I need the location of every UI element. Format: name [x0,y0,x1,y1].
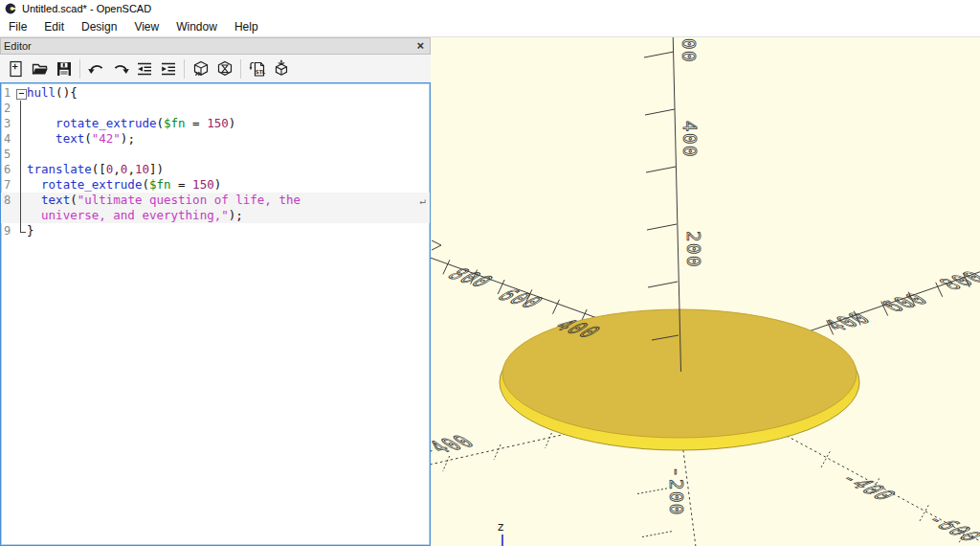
preview-button[interactable] [189,57,212,80]
line-number: 5 [1,147,14,162]
menu-design[interactable]: Design [73,18,125,35]
z-axis-label: 200 [683,231,704,268]
export-stl-button[interactable]: STL [245,57,269,80]
toolbar-separator [184,59,185,79]
line-number: 7 [1,177,14,193]
window-titlebar: Untitled.scad* - OpenSCAD [0,0,980,17]
line-number: 8 [1,193,14,208]
code-text: } [27,223,430,239]
render-cube-icon [215,59,234,79]
redo-icon [111,59,130,79]
window-title: Untitled.scad* - OpenSCAD [22,3,151,14]
right-axis-label: 800 [933,267,980,293]
editor-toolbar: STL [0,55,431,82]
lower-right-axis-label: -400 [834,470,904,503]
render-button[interactable] [212,57,236,80]
fold-rail [14,193,27,208]
mini-z-label: z [498,520,503,534]
line-number: 2 [1,101,14,116]
open-folder-icon [31,59,50,79]
code-text: text("42"); [27,131,430,147]
line-wrap-icon: ↵ [419,193,426,209]
menu-file[interactable]: File [0,18,35,35]
code-line[interactable]: 6translate([0,0,10]) [1,162,430,177]
code-line[interactable]: universe, and everything,"); [1,208,430,223]
mini-axis-indicator: z [498,520,503,546]
line-number [1,208,14,223]
code-line[interactable]: 9} [1,223,430,239]
fold-rail [14,131,27,147]
menu-view[interactable]: View [125,18,167,35]
redo-button[interactable] [108,57,132,80]
right-axis-label: 600 [876,289,935,315]
line-number: 4 [1,131,14,147]
line-number: 3 [1,116,14,131]
fold-rail [14,208,27,223]
menu-edit[interactable]: Edit [35,18,73,35]
unindent-icon [135,59,154,79]
code-text [27,147,430,162]
indent-icon [159,59,178,79]
z-axis-label: 600 [679,37,700,63]
main-area: Editor × [0,36,980,546]
undo-icon [87,59,106,79]
axis-labels: 600 400 200 -200 800 600 400 400 600 800… [431,37,980,545]
openscad-logo-icon [5,3,16,14]
fold-rail [14,101,27,116]
preview-cube-icon [191,59,211,79]
editor-panel: Editor × [0,37,431,546]
fold-rail [14,162,27,177]
line-number: 9 [1,223,14,239]
menu-bar: File Edit Design View Window Help [0,17,980,36]
right-axis-label: 400 [818,308,878,334]
fold-rail [14,223,27,239]
code-line[interactable]: 4 text("42"); [1,131,430,147]
lower-left-axis-label: -400 [431,432,481,460]
code-text: rotate_extrude($fn = 150) [27,116,430,131]
left-axis-label: 800 [441,265,501,291]
code-text: rotate_extrude($fn = 150) [27,177,430,193]
3d-scene: 600 400 200 -200 800 600 400 400 600 800… [431,37,980,546]
fold-rail [14,147,27,162]
code-text: universe, and everything,"); [27,208,430,223]
code-line[interactable]: 7 rotate_extrude($fn = 150) [1,177,430,193]
fold-rail [14,116,27,131]
fold-rail [14,177,27,193]
lower-right-axis-label: -600 [920,512,980,544]
close-editor-button[interactable]: × [416,40,424,52]
code-editor[interactable]: 1hull(){23 rotate_extrude($fn = 150)4 te… [0,82,431,546]
code-line[interactable]: 8 text("ultimate question of life, the↵ [1,193,430,208]
code-line[interactable]: 1hull(){ [1,85,430,101]
editor-dock-title: Editor [4,40,32,52]
unindent-button[interactable] [132,57,156,80]
new-file-icon [7,59,26,79]
save-button[interactable] [52,57,76,80]
stl-export-icon: STL [248,59,267,79]
code-line[interactable]: 5 [1,147,430,162]
code-text: translate([0,0,10]) [27,162,430,177]
3d-viewport[interactable]: 600 400 200 -200 800 600 400 400 600 800… [431,37,980,546]
view-axes-button[interactable] [269,57,293,80]
line-number: 6 [1,162,14,177]
menu-help[interactable]: Help [226,18,267,35]
undo-button[interactable] [84,57,108,80]
code-text: hull(){ [27,85,430,101]
z-axis-label: -200 [666,466,687,516]
toolbar-separator [79,59,80,79]
menu-window[interactable]: Window [167,18,226,35]
svg-text:STL: STL [256,69,266,75]
open-button[interactable] [28,57,52,80]
code-line[interactable]: 2 [1,101,430,116]
code-text: text("ultimate question of life, the [27,193,430,208]
save-icon [55,59,74,79]
code-lines: 1hull(){23 rotate_extrude($fn = 150)4 te… [1,85,430,239]
new-button[interactable] [4,57,28,80]
code-line[interactable]: 3 rotate_extrude($fn = 150) [1,116,430,131]
editor-dock-titlebar[interactable]: Editor × [0,37,431,55]
line-number: 1 [1,85,14,101]
axes-cube-icon [272,59,291,79]
code-text [27,101,430,116]
fold-marker-icon[interactable] [14,85,27,101]
z-axis-label: 400 [679,121,701,158]
indent-button[interactable] [156,57,180,80]
